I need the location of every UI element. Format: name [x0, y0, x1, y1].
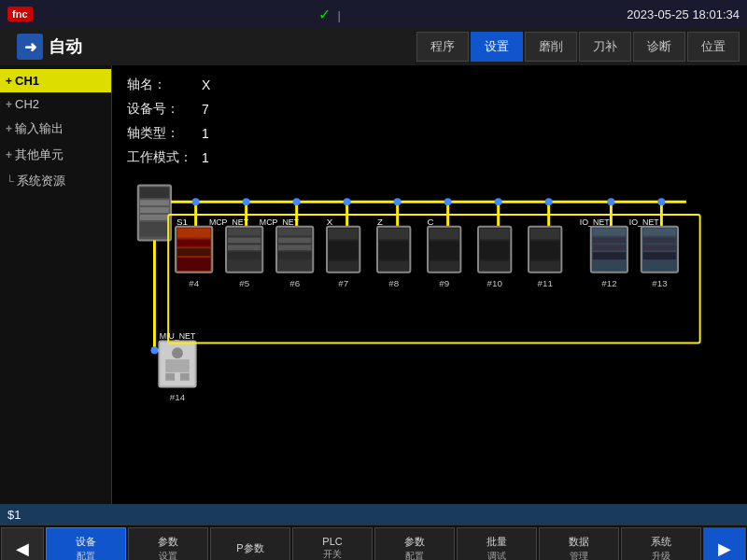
label-axis: 轴名：	[127, 77, 192, 93]
svg-point-12	[293, 198, 301, 205]
svg-text:#11: #11	[538, 278, 553, 288]
btn-p-param[interactable]: P参数 ▼	[210, 527, 290, 561]
titlebar-center: ✓ |	[318, 6, 341, 23]
svg-text:#5: #5	[239, 278, 249, 288]
sidebar-item-ch2[interactable]: + CH2	[0, 92, 111, 116]
btn-device-config[interactable]: 设备 配置 ▼	[46, 527, 126, 561]
btn-plc-sub: 开关	[323, 548, 342, 560]
btn-param-label: 参数	[158, 535, 178, 549]
nav-position[interactable]: 位置	[687, 32, 740, 62]
network-diagram: S1 #4 MCP_NET #5 MCP_NET	[127, 174, 732, 454]
svg-text:MCP_NET: MCP_NET	[209, 217, 249, 227]
btn-device-label: 设备	[76, 535, 96, 549]
svg-point-22	[545, 198, 553, 205]
left-arrow-button[interactable]: ◀	[1, 527, 44, 561]
nav-grinding[interactable]: 磨削	[525, 32, 577, 62]
right-arrow-button[interactable]: ▶	[703, 527, 746, 561]
sidebar-item-ch1[interactable]: + CH1	[0, 69, 111, 92]
svg-rect-86	[593, 252, 626, 259]
btn-param-settings[interactable]: 参数 设置 ▼	[128, 527, 208, 561]
svg-rect-85	[593, 245, 626, 250]
svg-rect-33	[177, 239, 210, 246]
svg-rect-57	[329, 261, 358, 271]
datetime: 2023-05-25 18:01:34	[627, 7, 740, 21]
sidebar-label-ch2: CH2	[15, 97, 39, 111]
svg-rect-42	[228, 252, 261, 259]
mode-label: 自动	[49, 35, 82, 58]
svg-rect-63	[379, 261, 408, 271]
svg-text:MIU_NET: MIU_NET	[160, 331, 196, 341]
svg-point-18	[444, 198, 452, 205]
svg-rect-1	[140, 188, 169, 199]
nav-program[interactable]: 程序	[416, 32, 469, 62]
svg-rect-67	[430, 229, 458, 240]
sidebar-item-io[interactable]: + 输入输出	[0, 116, 111, 142]
expand-icon-ch2: +	[6, 98, 12, 111]
expand-icon-ch1: +	[6, 75, 12, 88]
svg-rect-69	[430, 261, 458, 271]
svg-rect-100	[165, 359, 190, 372]
svg-rect-93	[643, 245, 676, 250]
separator-icon: |	[338, 8, 341, 22]
svg-text:X: X	[327, 217, 333, 227]
svg-text:#6: #6	[289, 278, 300, 288]
titlebar-left: fnc	[7, 7, 33, 21]
svg-point-20	[495, 198, 502, 205]
svg-text:IO_NET: IO_NET	[580, 217, 610, 227]
svg-point-99	[172, 347, 183, 358]
svg-text:#14: #14	[170, 392, 186, 402]
svg-rect-47	[278, 229, 311, 236]
svg-rect-49	[278, 245, 311, 250]
svg-rect-73	[480, 241, 509, 259]
svg-point-16	[394, 198, 402, 205]
nav-diagnosis[interactable]: 诊断	[633, 32, 685, 62]
titlebar: fnc ✓ | 2023-05-25 18:01:34	[0, 0, 747, 28]
svg-rect-79	[530, 261, 559, 271]
btn-sysupgrade-sub: 升级	[652, 550, 670, 561]
svg-rect-43	[228, 261, 261, 271]
expand-icon-io: +	[6, 122, 12, 135]
svg-text:C: C	[427, 217, 433, 227]
sidebar-label-other: 其他单元	[15, 147, 63, 163]
svg-text:#4: #4	[189, 278, 199, 288]
info-row-devno: 设备号： 7	[127, 101, 732, 118]
value-axistype: 1	[202, 126, 209, 141]
btn-sys-upgrade[interactable]: 系统 升级 ▼	[621, 527, 701, 561]
svg-rect-87	[593, 261, 626, 271]
sidebar-label-sysres: 系统资源	[17, 173, 65, 189]
expand-icon-other: +	[6, 148, 12, 161]
svg-rect-48	[278, 238, 311, 244]
btn-batch-debug[interactable]: 批量 调试 ▼	[457, 527, 537, 561]
svg-rect-2	[140, 200, 169, 205]
svg-rect-4	[140, 215, 169, 220]
btn-pparam-label: P参数	[236, 541, 263, 555]
btn-datamgmt-sub: 管理	[570, 550, 588, 561]
svg-point-24	[607, 198, 614, 205]
topbar: ➜ 自动 程序 设置 磨削 刀补 诊断 位置	[0, 28, 747, 65]
svg-text:#7: #7	[338, 278, 348, 288]
main-area: + CH1 + CH2 + 输入输出 + 其他单元 └ 系统资源 轴名： X 设…	[0, 65, 747, 504]
nav-settings[interactable]: 设置	[471, 32, 523, 62]
svg-rect-41	[228, 245, 261, 250]
svg-rect-68	[430, 241, 458, 259]
sidebar-item-sysres[interactable]: └ 系统资源	[0, 168, 111, 194]
svg-text:#9: #9	[439, 278, 449, 288]
svg-rect-39	[228, 229, 261, 236]
value-axis: X	[202, 77, 210, 92]
sidebar-item-other[interactable]: + 其他单元	[0, 142, 111, 168]
svg-rect-72	[480, 229, 509, 240]
svg-text:S1: S1	[176, 217, 188, 227]
nav-tool-offset[interactable]: 刀补	[579, 32, 631, 62]
svg-point-26	[657, 198, 665, 205]
label-axistype: 轴类型：	[127, 125, 192, 142]
info-row-workmode: 工作模式： 1	[127, 149, 732, 166]
svg-rect-74	[480, 261, 509, 271]
btn-data-mgmt[interactable]: 数据 管理 ▼	[539, 527, 619, 561]
btn-param-config[interactable]: 参数 配置 ▼	[374, 527, 455, 561]
svg-text:Z: Z	[377, 217, 383, 227]
btn-plc[interactable]: PLC 开关 ▼	[292, 527, 373, 561]
mode-arrow-icon: ➜	[17, 34, 43, 60]
bottombar: ◀ 设备 配置 ▼ 参数 设置 ▼ P参数 ▼ PLC 开关 ▼ 参数 配置 ▼…	[0, 525, 747, 560]
svg-rect-77	[530, 229, 559, 240]
svg-rect-92	[643, 238, 676, 244]
